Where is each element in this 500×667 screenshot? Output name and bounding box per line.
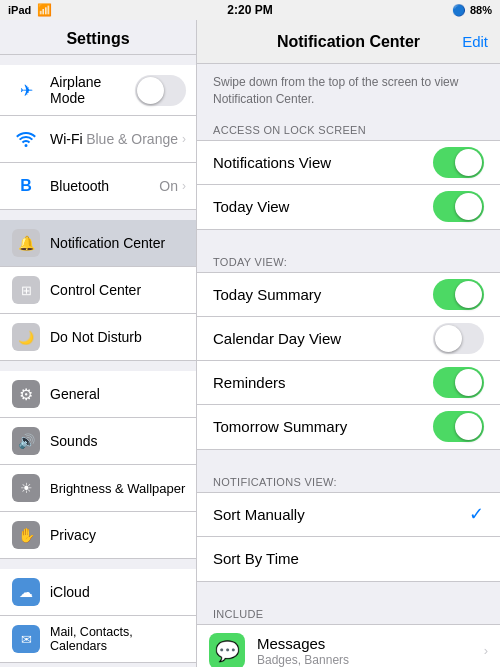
brightness-icon: ☀ — [12, 474, 40, 502]
ipad-label: iPad — [8, 4, 31, 16]
include-messages-text: Messages Badges, Banners — [257, 635, 484, 667]
notifications-sort-group: Sort Manually ✓ Sort By Time — [197, 492, 500, 582]
airplane-toggle[interactable] — [135, 75, 186, 106]
sidebar: Settings ✈ Airplane Mode Wi-Fi Blue & Or… — [0, 20, 197, 667]
sidebar-item-wifi[interactable]: Wi-Fi Blue & Orange › — [0, 116, 196, 163]
sort-manually-check: ✓ — [469, 503, 484, 525]
tomorrow-summary-label: Tomorrow Summary — [213, 418, 433, 435]
sidebar-item-notification-center[interactable]: 🔔 Notification Center — [0, 220, 196, 267]
bluetooth-icon: 🔵 — [452, 4, 466, 17]
tomorrow-summary-row[interactable]: Tomorrow Summary — [197, 405, 500, 449]
reminders-row-label: Reminders — [213, 374, 433, 391]
today-view-toggle[interactable] — [433, 191, 484, 222]
reminders-toggle[interactable] — [433, 367, 484, 398]
notifications-view-label: Notifications View — [213, 154, 433, 171]
icloud-label: iCloud — [50, 584, 186, 600]
today-view-row[interactable]: Today View — [197, 185, 500, 229]
today-summary-label: Today Summary — [213, 286, 433, 303]
status-bar: iPad 📶 2:20 PM 🔵 88% — [0, 0, 500, 20]
sidebar-item-control-center[interactable]: ⊞ Control Center — [0, 267, 196, 314]
sidebar-item-brightness[interactable]: ☀ Brightness & Wallpaper — [0, 465, 196, 512]
sort-manually-label: Sort Manually — [213, 506, 469, 523]
include-messages-icon: 💬 — [209, 633, 245, 667]
right-panel: Notification Center Edit Swipe down from… — [197, 20, 500, 667]
sidebar-item-general[interactable]: ⚙ General — [0, 371, 196, 418]
dnd-label: Do Not Disturb — [50, 329, 186, 345]
bluetooth-value: On — [159, 178, 178, 194]
calendar-day-label: Calendar Day View — [213, 330, 433, 347]
notifications-view-toggle[interactable] — [433, 147, 484, 178]
sidebar-item-privacy[interactable]: ✋ Privacy — [0, 512, 196, 559]
today-section-header: TODAY VIEW: — [197, 250, 500, 272]
notification-label: Notification Center — [50, 235, 186, 251]
bluetooth-icon-sidebar: B — [12, 172, 40, 200]
control-label: Control Center — [50, 282, 186, 298]
airplane-label: Airplane Mode — [50, 74, 135, 106]
status-left: iPad 📶 — [8, 3, 52, 17]
privacy-label: Privacy — [50, 527, 186, 543]
include-messages-chevron: › — [484, 643, 488, 658]
icloud-icon: ☁ — [12, 578, 40, 606]
battery-label: 88% — [470, 4, 492, 16]
reminders-row[interactable]: Reminders — [197, 361, 500, 405]
control-icon: ⊞ — [12, 276, 40, 304]
general-label: General — [50, 386, 186, 402]
wifi-value: Blue & Orange — [86, 131, 178, 147]
general-icon: ⚙ — [12, 380, 40, 408]
wifi-icon: 📶 — [37, 3, 52, 17]
airplane-icon: ✈ — [12, 76, 40, 104]
today-summary-toggle[interactable] — [433, 279, 484, 310]
calendar-day-row[interactable]: Calendar Day View — [197, 317, 500, 361]
wifi-label: Wi-Fi — [50, 131, 86, 147]
edit-button[interactable]: Edit — [462, 33, 488, 50]
sidebar-item-airplane-mode[interactable]: ✈ Airplane Mode — [0, 65, 196, 116]
sidebar-item-mail[interactable]: ✉ Mail, Contacts, Calendars — [0, 616, 196, 663]
mail-label: Mail, Contacts, Calendars — [50, 625, 186, 653]
today-summary-row[interactable]: Today Summary — [197, 273, 500, 317]
include-group: 💬 Messages Badges, Banners › ☰ Reminders… — [197, 624, 500, 667]
access-section-header: ACCESS ON LOCK SCREEN — [197, 118, 500, 140]
sort-by-time-row[interactable]: Sort By Time — [197, 537, 500, 581]
sidebar-item-sounds[interactable]: 🔊 Sounds — [0, 418, 196, 465]
right-panel-title: Notification Center — [277, 33, 420, 51]
include-section-header: INCLUDE — [197, 602, 500, 624]
status-right: 🔵 88% — [452, 4, 492, 17]
sidebar-item-icloud[interactable]: ☁ iCloud — [0, 569, 196, 616]
dnd-icon: 🌙 — [12, 323, 40, 351]
today-view-label: Today View — [213, 198, 433, 215]
status-time: 2:20 PM — [227, 3, 272, 17]
wifi-icon-sidebar — [12, 125, 40, 153]
notification-icon: 🔔 — [12, 229, 40, 257]
notifications-view-row[interactable]: Notifications View — [197, 141, 500, 185]
wifi-chevron: › — [182, 132, 186, 146]
sidebar-item-do-not-disturb[interactable]: 🌙 Do Not Disturb — [0, 314, 196, 361]
mail-icon-sidebar: ✉ — [12, 625, 40, 653]
sounds-icon: 🔊 — [12, 427, 40, 455]
include-messages-sub: Badges, Banners — [257, 653, 484, 667]
today-group: Today Summary Calendar Day View Reminder… — [197, 272, 500, 450]
sort-by-time-label: Sort By Time — [213, 550, 484, 567]
access-group: Notifications View Today View — [197, 140, 500, 230]
include-messages-name: Messages — [257, 635, 484, 652]
bluetooth-label: Bluetooth — [50, 178, 159, 194]
description-text: Swipe down from the top of the screen to… — [197, 64, 500, 118]
right-header: Notification Center Edit — [197, 20, 500, 64]
brightness-label: Brightness & Wallpaper — [50, 481, 186, 496]
sort-manually-row[interactable]: Sort Manually ✓ — [197, 493, 500, 537]
privacy-icon: ✋ — [12, 521, 40, 549]
tomorrow-summary-toggle[interactable] — [433, 411, 484, 442]
sidebar-item-bluetooth[interactable]: B Bluetooth On › — [0, 163, 196, 210]
sounds-label: Sounds — [50, 433, 186, 449]
sidebar-title: Settings — [0, 20, 196, 55]
bluetooth-chevron: › — [182, 179, 186, 193]
calendar-day-toggle[interactable] — [433, 323, 484, 354]
notifications-section-header: NOTIFICATIONS VIEW: — [197, 470, 500, 492]
include-messages[interactable]: 💬 Messages Badges, Banners › — [197, 625, 500, 667]
